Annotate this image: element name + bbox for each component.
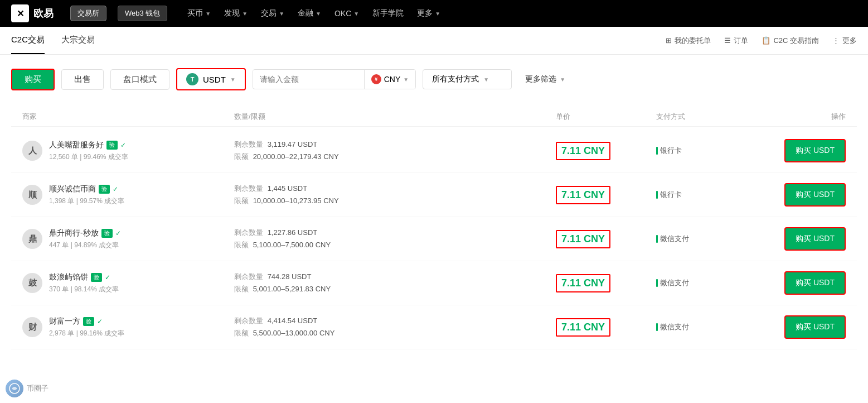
action-cell: 购买 USDT [768,183,857,207]
watermark: 币圈子 [6,380,49,397]
verified-badge: 验 [101,229,113,238]
amount-input[interactable] [253,70,364,88]
payment-selector[interactable]: 所有支付方式 ▼ [423,69,512,89]
merchant-stats: 370 单 | 98.14% 成交率 [49,285,119,294]
currency-selector[interactable]: ¥ CNY ▼ [364,70,415,89]
sell-button[interactable]: 出售 [61,69,104,90]
avatar: 财 [22,317,42,337]
verified-badge: 验 [99,185,110,194]
nav-finance[interactable]: 金融 ▼ [298,8,321,18]
tab-c2c[interactable]: C2C交易 [11,27,45,54]
table-row: 人 人美嘴甜服务好 验 ✓ 12,560 单 | 99.46% 成交率 剩余数量… [11,129,857,173]
nav-trade[interactable]: 交易 ▼ [261,8,284,18]
qty-row: 剩余数量 4,414.54 USDT [234,316,556,326]
payment-bar-icon [656,147,658,155]
payment-cell: 银行卡 [656,190,768,200]
buy-usdt-button[interactable]: 购买 USDT [784,183,846,207]
price-value: 7.11 CNY [556,230,610,248]
action-cell: 购买 USDT [768,227,857,251]
check-icon: ✓ [105,274,110,281]
merchant-cell: 财 财富一方 验 ✓ 2,978 单 | 99.16% 成交率 [22,316,234,338]
action-cell: 购买 USDT [768,315,857,339]
logo[interactable]: ✕ 欧易 [11,4,54,22]
verified-badge: 验 [91,273,102,282]
my-orders-link[interactable]: ⊞ 我的委托单 [666,36,711,46]
cny-icon: ¥ [371,74,381,84]
nav-links: 买币 ▼ 发现 ▼ 交易 ▼ 金融 ▼ OKC ▼ 新手学院 更多 ▼ [187,8,857,18]
limit-row: 限额 10,000.00–10,273.95 CNY [234,196,556,206]
orders-link[interactable]: ☰ 订单 [724,36,748,46]
price-cell: 7.11 CNY [556,230,656,248]
nav-discover[interactable]: 发现 ▼ [224,8,248,18]
merchant-stats: 1,398 单 | 99.57% 成交率 [49,196,124,206]
tab-bulk-trade[interactable]: 大宗交易 [61,27,95,54]
verified-badge: 验 [83,317,94,326]
qty-row: 剩余数量 744.28 USDT [234,272,556,282]
table-row: 财 财富一方 验 ✓ 2,978 单 | 99.16% 成交率 剩余数量 4,4… [11,305,857,349]
web3-wallet-button[interactable]: Web3 钱包 [118,6,167,21]
payment-method: 银行卡 [656,190,768,200]
check-icon: ✓ [120,141,126,149]
payment-chevron-icon: ▼ [483,76,489,83]
price-value: 7.11 CNY [556,186,610,204]
buy-usdt-button[interactable]: 购买 USDT [784,227,846,251]
limit-row: 限额 5,100.00–7,500.00 CNY [234,240,556,250]
ellipsis-icon: ⋮ [832,36,840,45]
nav-buy[interactable]: 买币 ▼ [187,8,211,18]
currency-chevron-icon: ▼ [403,76,409,83]
avatar: 鼓 [22,273,42,293]
amount-cell: 剩余数量 744.28 USDT 限额 5,001.00–5,291.83 CN… [234,272,556,294]
doc-icon: ☰ [724,36,731,45]
col-action: 操作 [768,112,857,122]
verified-badge: 验 [106,141,118,150]
buy-button[interactable]: 购买 [11,69,55,90]
more-link[interactable]: ⋮ 更多 [832,36,857,46]
price-cell: 7.11 CNY [556,142,656,160]
buy-usdt-button[interactable]: 购买 USDT [784,271,846,295]
coin-chevron-icon: ▼ [230,76,236,83]
limit-row: 限额 5,001.00–5,291.83 CNY [234,284,556,294]
qty-row: 剩余数量 1,445 USDT [234,184,556,194]
merchant-cell: 顺 顺兴诚信币商 验 ✓ 1,398 单 | 99.57% 成交率 [22,184,234,206]
amount-cell: 剩余数量 1,227.86 USDT 限额 5,100.00–7,500.00 … [234,228,556,250]
merchant-stats: 447 单 | 94.89% 成交率 [49,241,121,250]
logo-icon: ✕ [11,4,29,22]
payment-cell: 微信支付 [656,278,768,288]
payment-method: 微信支付 [656,278,768,288]
merchant-cell: 人 人美嘴甜服务好 验 ✓ 12,560 单 | 99.46% 成交率 [22,140,234,162]
payment-label: 所有支付方式 [432,74,479,84]
amount-cell: 剩余数量 1,445 USDT 限额 10,000.00–10,273.95 C… [234,184,556,206]
col-price: 单价 [556,112,656,122]
price-cell: 7.11 CNY [556,274,656,292]
payment-cell: 银行卡 [656,146,768,156]
buy-usdt-button[interactable]: 购买 USDT [784,139,846,162]
payment-method: 微信支付 [656,234,768,244]
price-cell: 7.11 CNY [556,186,656,204]
merchant-cell: 鼓 鼓浪屿馅饼 验 ✓ 370 单 | 98.14% 成交率 [22,272,234,294]
logo-text: 欧易 [33,7,54,20]
nav-beginner[interactable]: 新手学院 [372,8,404,18]
price-value: 7.11 CNY [556,142,610,160]
watermark-icon [6,380,23,397]
more-filter-button[interactable]: 更多筛选 ▼ [518,70,572,89]
merchant-cell: 鼎 鼎升商行-秒放 验 ✓ 447 单 | 94.89% 成交率 [22,228,234,250]
nav-okc[interactable]: OKC ▼ [334,8,359,18]
qty-row: 剩余数量 1,227.86 USDT [234,228,556,238]
col-merchant: 商家 [22,112,234,122]
merchant-info: 顺兴诚信币商 验 ✓ 1,398 单 | 99.57% 成交率 [49,184,124,206]
merchant-name: 财富一方 验 ✓ [49,316,124,327]
coin-selector[interactable]: T USDT ▼ [176,68,246,90]
merchant-name: 顺兴诚信币商 验 ✓ [49,184,124,194]
buy-usdt-button[interactable]: 购买 USDT [784,315,846,339]
col-payment: 支付方式 [656,112,768,122]
payment-bar-icon [656,323,658,331]
check-icon: ✓ [113,185,118,193]
currency-label: CNY [384,75,401,84]
nav-more[interactable]: 更多 ▼ [417,8,440,18]
sub-navigation: C2C交易 大宗交易 ⊞ 我的委托单 ☰ 订单 📋 C2C 交易指南 ⋮ 更多 [0,27,868,55]
market-mode-button[interactable]: 盘口模式 [110,69,169,90]
exchange-button[interactable]: 交易所 [70,6,106,21]
coin-label: USDT [203,75,226,84]
more-filter-label: 更多筛选 [525,74,556,84]
c2c-guide-link[interactable]: 📋 C2C 交易指南 [762,36,819,46]
